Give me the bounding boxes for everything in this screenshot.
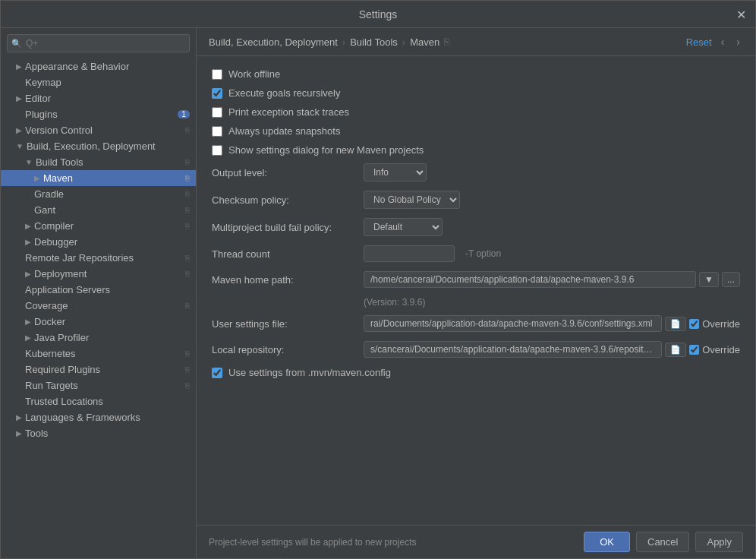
edit-icon: ⎘ bbox=[185, 126, 190, 134]
local-repo-override-checkbox[interactable] bbox=[689, 345, 699, 355]
print-stack-checkbox[interactable] bbox=[212, 107, 222, 118]
sidebar-item-plugins[interactable]: Plugins 1 bbox=[1, 106, 196, 122]
footer-info: Project-level settings will be applied t… bbox=[209, 537, 584, 548]
edit-icon: ⎘ bbox=[185, 206, 190, 214]
reset-button[interactable]: Reset bbox=[686, 36, 712, 48]
work-offline-label[interactable]: Work offline bbox=[228, 68, 280, 80]
footer-buttons: OK Cancel Apply bbox=[584, 532, 743, 552]
search-icon: 🔍 bbox=[11, 39, 22, 49]
edit-icon: ⎘ bbox=[185, 381, 190, 390]
sidebar-item-label: Appearance & Behavior bbox=[25, 61, 129, 72]
sidebar-item-deployment[interactable]: ▶ Deployment ⎘ bbox=[1, 266, 196, 282]
sidebar-item-label: Languages & Frameworks bbox=[25, 412, 140, 423]
sidebar-item-compiler[interactable]: ▶ Compiler ⎘ bbox=[1, 218, 196, 234]
sidebar-item-build-exec[interactable]: ▼ Build, Execution, Deployment bbox=[1, 138, 196, 154]
sidebar-item-label: Docker bbox=[34, 316, 65, 327]
multiproject-row: Multiproject build fail policy: Default … bbox=[212, 218, 740, 236]
sidebar-item-appearance[interactable]: ▶ Appearance & Behavior bbox=[1, 58, 196, 74]
sidebar-item-build-tools[interactable]: ▼ Build Tools ⎘ bbox=[1, 154, 196, 170]
sidebar-item-coverage[interactable]: Coverage ⎘ bbox=[1, 298, 196, 314]
checksum-policy-row: Checksum policy: No Global Policy Warn F… bbox=[212, 191, 740, 209]
always-update-label[interactable]: Always update snapshots bbox=[228, 125, 340, 137]
search-box: 🔍 bbox=[7, 34, 190, 52]
sidebar-item-gant[interactable]: Gant ⎘ bbox=[1, 202, 196, 218]
breadcrumb-edit-icon[interactable]: ⎘ bbox=[444, 36, 449, 47]
sidebar-item-gradle[interactable]: Gradle ⎘ bbox=[1, 186, 196, 202]
checksum-policy-select[interactable]: No Global Policy Warn Fail bbox=[364, 191, 460, 209]
arrow-icon: ▶ bbox=[25, 222, 31, 230]
sidebar-item-label: Required Plugins bbox=[25, 364, 100, 375]
execute-goals-checkbox[interactable] bbox=[212, 88, 222, 99]
user-settings-file-btn[interactable]: 📄 bbox=[665, 317, 686, 331]
edit-icon: ⎘ bbox=[185, 365, 190, 374]
local-repo-input[interactable] bbox=[364, 341, 662, 358]
main-content: 🔍 ▶ Appearance & Behavior Keymap ▶ Edito… bbox=[1, 28, 755, 558]
override-label1: Override bbox=[702, 318, 740, 330]
arrow-icon: ▼ bbox=[25, 158, 33, 166]
arrow-icon: ▶ bbox=[25, 270, 31, 278]
output-level-select[interactable]: Info Debug Warning Error bbox=[364, 163, 427, 182]
sidebar-item-trusted-locations[interactable]: Trusted Locations bbox=[1, 393, 196, 409]
sidebar-item-label: Remote Jar Repositories bbox=[25, 252, 134, 264]
thread-count-input[interactable] bbox=[364, 245, 455, 262]
sidebar-item-languages[interactable]: ▶ Languages & Frameworks bbox=[1, 409, 196, 425]
execute-goals-label[interactable]: Execute goals recursively bbox=[228, 87, 340, 99]
arrow-icon: ▶ bbox=[25, 238, 31, 246]
sidebar-item-label: Tools bbox=[25, 428, 48, 439]
breadcrumb-sep1: › bbox=[342, 36, 345, 48]
use-settings-label[interactable]: Use settings from .mvn/maven.config bbox=[228, 367, 391, 378]
user-settings-control: 📄 Override bbox=[364, 315, 740, 332]
sidebar-item-label: Coverage bbox=[25, 300, 68, 311]
sidebar-item-label: Trusted Locations bbox=[25, 396, 103, 407]
sidebar-item-java-profiler[interactable]: ▶ Java Profiler bbox=[1, 330, 196, 346]
sidebar-item-label: Debugger bbox=[34, 236, 77, 248]
show-settings-checkbox[interactable] bbox=[212, 145, 222, 156]
multiproject-control: Default Never After Failure At End bbox=[364, 218, 740, 236]
back-button[interactable]: ‹ bbox=[718, 34, 728, 49]
ok-button[interactable]: OK bbox=[584, 532, 630, 552]
sidebar-item-app-servers[interactable]: Application Servers bbox=[1, 282, 196, 298]
sidebar-item-label: Editor bbox=[25, 93, 51, 104]
breadcrumb: Build, Execution, Deployment › Build Too… bbox=[197, 28, 755, 56]
sidebar-item-docker[interactable]: ▶ Docker bbox=[1, 314, 196, 330]
search-input[interactable] bbox=[7, 34, 190, 52]
breadcrumb-part1[interactable]: Build, Execution, Deployment bbox=[209, 36, 338, 48]
maven-home-input[interactable] bbox=[364, 271, 696, 288]
settings-window: Settings ✕ 🔍 ▶ Appearance & Behavior Key… bbox=[0, 0, 756, 559]
maven-home-browse-btn[interactable]: ... bbox=[722, 272, 740, 287]
forward-button[interactable]: › bbox=[733, 34, 743, 49]
sidebar-item-version-control[interactable]: ▶ Version Control ⎘ bbox=[1, 122, 196, 138]
sidebar-list: ▶ Appearance & Behavior Keymap ▶ Editor … bbox=[1, 58, 196, 558]
sidebar-item-keymap[interactable]: Keymap bbox=[1, 74, 196, 90]
always-update-checkbox[interactable] bbox=[212, 126, 222, 137]
title-bar: Settings ✕ bbox=[1, 1, 755, 28]
sidebar-item-remote-jar[interactable]: Remote Jar Repositories ⎘ bbox=[1, 250, 196, 266]
maven-home-dropdown-btn[interactable]: ▼ bbox=[699, 272, 719, 287]
override-label2: Override bbox=[702, 344, 740, 355]
show-settings-label[interactable]: Show settings dialog for new Maven proje… bbox=[228, 144, 424, 156]
user-settings-input[interactable] bbox=[364, 315, 662, 332]
sidebar-item-debugger[interactable]: ▶ Debugger bbox=[1, 234, 196, 250]
edit-icon: ⎘ bbox=[185, 222, 190, 230]
multiproject-select[interactable]: Default Never After Failure At End bbox=[364, 218, 443, 236]
maven-version: (Version: 3.9.6) bbox=[364, 297, 740, 308]
breadcrumb-part2[interactable]: Build Tools bbox=[350, 36, 398, 48]
sidebar-item-editor[interactable]: ▶ Editor bbox=[1, 90, 196, 106]
sidebar-item-tools[interactable]: ▶ Tools bbox=[1, 425, 196, 441]
apply-button[interactable]: Apply bbox=[695, 532, 743, 552]
cancel-button[interactable]: Cancel bbox=[636, 532, 689, 552]
sidebar-item-kubernetes[interactable]: Kubernetes ⎘ bbox=[1, 346, 196, 362]
use-settings-checkbox[interactable] bbox=[212, 368, 222, 378]
sidebar-item-run-targets[interactable]: Run Targets ⎘ bbox=[1, 377, 196, 393]
work-offline-checkbox[interactable] bbox=[212, 69, 222, 80]
close-button[interactable]: ✕ bbox=[736, 7, 746, 21]
sidebar-item-label: Maven bbox=[43, 172, 73, 184]
sidebar-item-maven[interactable]: ▶ Maven ⎘ bbox=[1, 170, 196, 186]
sidebar-item-label: Build, Execution, Deployment bbox=[27, 141, 156, 152]
thread-count-row: Thread count -T option bbox=[212, 245, 740, 262]
user-settings-override-checkbox[interactable] bbox=[689, 319, 699, 329]
execute-goals-row: Execute goals recursively bbox=[212, 87, 740, 99]
local-repo-file-btn[interactable]: 📄 bbox=[665, 343, 686, 357]
print-stack-label[interactable]: Print exception stack traces bbox=[228, 106, 349, 118]
sidebar-item-required-plugins[interactable]: Required Plugins ⎘ bbox=[1, 362, 196, 377]
